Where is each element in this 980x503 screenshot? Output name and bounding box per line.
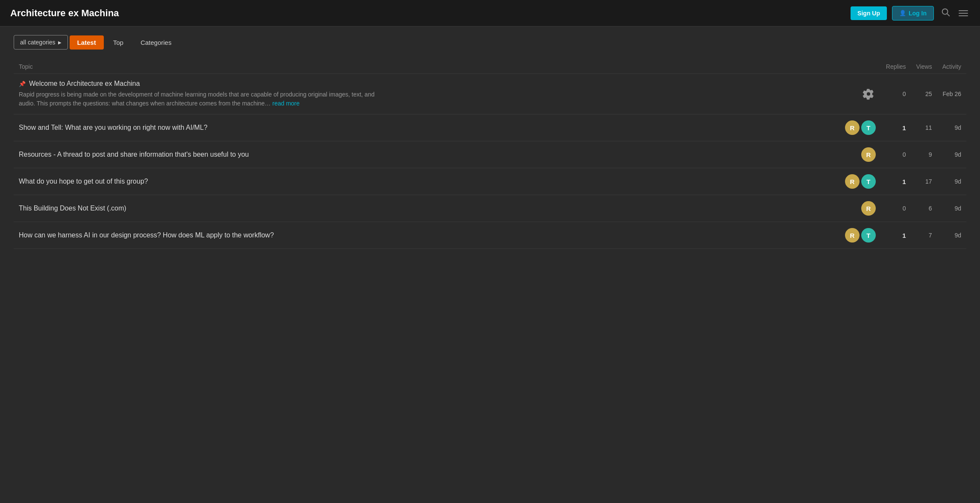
col-header-topic: Topic (14, 60, 840, 74)
topic-cell: Show and Tell: What are you working on r… (14, 114, 840, 141)
topic-replies: 0 (881, 141, 911, 168)
svg-line-1 (947, 14, 949, 16)
topic-title-text[interactable]: What do you hope to get out of this grou… (19, 178, 148, 185)
avatar: R (861, 147, 876, 162)
tab-latest[interactable]: Latest (70, 35, 104, 50)
topic-title-text[interactable]: This Building Does Not Exist (.com) (19, 205, 126, 212)
header: Architecture ex Machina Sign Up Log In (0, 0, 980, 26)
topic-title-text[interactable]: How can we harness AI in our design proc… (19, 231, 274, 239)
topic-cell: This Building Does Not Exist (.com) (14, 195, 840, 222)
pin-icon: 📌 (19, 81, 26, 87)
tab-all-categories[interactable]: all categories (14, 35, 68, 50)
table-row: This Building Does Not Exist (.com)R069d (14, 195, 966, 222)
topic-views: 7 (911, 222, 937, 249)
topic-activity: 9d (937, 168, 966, 195)
tab-top[interactable]: Top (106, 35, 131, 50)
signup-button[interactable]: Sign Up (851, 6, 887, 20)
topic-cell: Resources - A thread to post and share i… (14, 141, 840, 168)
topic-views: 25 (911, 74, 937, 114)
table-row: Show and Tell: What are you working on r… (14, 114, 966, 141)
col-header-avatars (840, 60, 881, 74)
col-header-views: Views (911, 60, 937, 74)
topic-views: 11 (911, 114, 937, 141)
nav-tabs: all categories Latest Top Categories (14, 35, 966, 50)
menu-icon[interactable] (957, 9, 970, 18)
topic-views: 9 (911, 141, 937, 168)
avatar: R (861, 201, 876, 216)
topic-replies: 1 (881, 222, 911, 249)
avatar: T (861, 228, 876, 243)
topic-avatars: R (840, 195, 881, 222)
col-header-activity: Activity (937, 60, 966, 74)
topic-title-text[interactable]: Show and Tell: What are you working on r… (19, 124, 208, 132)
topic-cell: 📌Welcome to Architecture ex MachinaRapid… (14, 74, 840, 114)
topic-replies: 0 (881, 74, 911, 114)
avatar: R (845, 228, 860, 243)
topic-replies: 1 (881, 168, 911, 195)
topic-avatars: RT (840, 222, 881, 249)
topic-cell: How can we harness AI in our design proc… (14, 222, 840, 249)
avatar: T (861, 120, 876, 135)
table-row: What do you hope to get out of this grou… (14, 168, 966, 195)
topic-activity: Feb 26 (937, 74, 966, 114)
search-icon[interactable] (939, 6, 952, 20)
topic-avatars: RT (840, 114, 881, 141)
avatar: R (845, 174, 860, 189)
avatar (861, 87, 876, 101)
table-row: How can we harness AI in our design proc… (14, 222, 966, 249)
header-actions: Sign Up Log In (851, 6, 970, 20)
topic-avatars: RT (840, 168, 881, 195)
main-content: all categories Latest Top Categories Top… (0, 26, 980, 257)
topic-avatars: R (840, 141, 881, 168)
topic-views: 17 (911, 168, 937, 195)
topic-activity: 9d (937, 114, 966, 141)
topic-cell: What do you hope to get out of this grou… (14, 168, 840, 195)
topic-avatars (840, 74, 881, 114)
topic-title-text[interactable]: Resources - A thread to post and share i… (19, 151, 249, 158)
topic-activity: 9d (937, 195, 966, 222)
topic-table: Topic Replies Views Activity 📌Welcome to… (14, 60, 966, 249)
table-row: 📌Welcome to Architecture ex MachinaRapid… (14, 74, 966, 114)
table-row: Resources - A thread to post and share i… (14, 141, 966, 168)
topic-excerpt: Rapid progress is being made on the deve… (19, 90, 386, 108)
topic-title-text[interactable]: Welcome to Architecture ex Machina (29, 80, 140, 88)
topic-replies: 1 (881, 114, 911, 141)
site-title: Architecture ex Machina (10, 8, 119, 19)
topic-activity: 9d (937, 222, 966, 249)
topic-replies: 0 (881, 195, 911, 222)
login-button[interactable]: Log In (892, 6, 934, 20)
avatar: R (845, 120, 860, 135)
tab-categories[interactable]: Categories (133, 35, 179, 50)
read-more-link[interactable]: read more (273, 100, 300, 107)
col-header-replies: Replies (881, 60, 911, 74)
topic-views: 6 (911, 195, 937, 222)
avatar: T (861, 174, 876, 189)
topic-activity: 9d (937, 141, 966, 168)
